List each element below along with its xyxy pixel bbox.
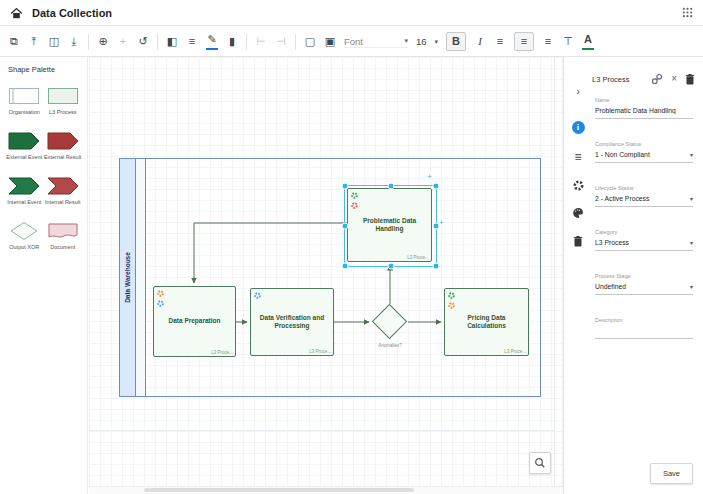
link-icon[interactable] bbox=[651, 73, 663, 85]
toolbar-separator bbox=[157, 34, 158, 50]
align-right-button[interactable]: ≡ bbox=[542, 33, 554, 50]
compliance-status-select[interactable]: Compliance Status 1 - Non Compliant ▾ bbox=[595, 141, 693, 163]
save-file-icon[interactable]: ◫ bbox=[48, 33, 60, 50]
delete-icon[interactable] bbox=[685, 73, 695, 85]
zoom-search-button[interactable] bbox=[529, 452, 551, 474]
node-data-preparation[interactable]: Data Preparation L3 Proce... bbox=[153, 286, 236, 357]
connector-plus-hint[interactable]: + bbox=[427, 173, 432, 181]
gear-icon bbox=[350, 191, 359, 200]
process-stage-select[interactable]: Process Stage Undefined ▾ bbox=[595, 273, 693, 295]
duplicate-icon[interactable]: ⧉ bbox=[8, 33, 20, 50]
style-tab[interactable] bbox=[570, 205, 586, 221]
palette-item-internal-result[interactable]: Internal Result bbox=[44, 176, 83, 205]
palette-item-external-result[interactable]: External Result bbox=[44, 131, 83, 160]
name-field[interactable]: Name Problematic Data Handling bbox=[595, 97, 693, 119]
page-boundary-vertical bbox=[554, 57, 555, 487]
toolbar-separator bbox=[295, 34, 296, 50]
lane-label: Data Warehouse bbox=[124, 252, 131, 303]
lifecycle-status-value: 2 - Active Process bbox=[595, 195, 687, 202]
info-tab[interactable]: i bbox=[570, 119, 586, 135]
pool-container[interactable] bbox=[119, 158, 541, 397]
lane-subheader[interactable] bbox=[135, 158, 146, 397]
gear-icon bbox=[156, 299, 165, 308]
scrollbar-thumb[interactable] bbox=[144, 488, 414, 492]
node-type-badge: L3 Proce... bbox=[407, 255, 429, 260]
palette-item-external-event[interactable]: External Event bbox=[5, 131, 44, 160]
app-header: Data Collection bbox=[0, 0, 703, 26]
add-icon[interactable]: + bbox=[117, 33, 129, 50]
font-family-select[interactable]: Font ▾ bbox=[344, 36, 408, 48]
apps-grid-icon[interactable] bbox=[682, 7, 693, 18]
list-tab[interactable]: ≡ bbox=[570, 149, 586, 165]
gateway-label: Anomalies? bbox=[360, 343, 420, 348]
close-icon[interactable]: × bbox=[671, 74, 677, 84]
chevron-down-icon: ▾ bbox=[690, 283, 693, 290]
node-pricing-data-calculations[interactable]: Pricing Data Calculations L3 Proce... bbox=[444, 288, 529, 356]
page-boundary-horizontal bbox=[89, 430, 554, 431]
delete-tab[interactable] bbox=[570, 233, 586, 249]
chevron-down-icon: ▾ bbox=[690, 195, 693, 202]
align-objects-icon[interactable]: ⊢ bbox=[255, 33, 267, 50]
organisation-shape-icon bbox=[7, 86, 41, 106]
lifecycle-status-select[interactable]: Lifecycle Status 2 - Active Process ▾ bbox=[595, 185, 693, 207]
settings-tab[interactable] bbox=[570, 177, 586, 193]
toolbar-separator bbox=[88, 34, 89, 50]
palette-item-l3-process[interactable]: L3 Process bbox=[44, 86, 83, 115]
collapse-panel-button[interactable]: › bbox=[570, 83, 586, 99]
vertical-align-button[interactable]: ⊤ bbox=[562, 33, 574, 50]
diagram-canvas[interactable]: Data Warehouse Data Preparation L3 Proce… bbox=[89, 57, 563, 494]
palette-icon bbox=[572, 207, 584, 219]
palette-item-label: L3 Process bbox=[44, 109, 83, 115]
description-field[interactable]: Description bbox=[595, 317, 693, 339]
palette-item-label: Output XOR bbox=[5, 244, 44, 250]
status-gear-icons bbox=[350, 191, 359, 210]
download-icon[interactable]: ⤓ bbox=[68, 33, 80, 50]
palette-grid: Organisation L3 Process External Event E… bbox=[5, 86, 82, 250]
xor-gateway-shape bbox=[372, 304, 407, 339]
field-label: Category bbox=[595, 229, 693, 235]
external-event-shape-icon bbox=[7, 131, 41, 151]
bold-button[interactable]: B bbox=[446, 32, 466, 51]
properties-panel: L3 Process × › i ≡ bbox=[563, 57, 703, 494]
align-left-button[interactable]: ≡ bbox=[494, 33, 506, 50]
internal-event-shape-icon bbox=[7, 176, 41, 196]
category-select[interactable]: Category L3 Process ▾ bbox=[595, 229, 693, 251]
field-label: Compliance Status bbox=[595, 141, 693, 147]
category-value: L3 Process bbox=[595, 239, 687, 246]
name-input[interactable]: Problematic Data Handling bbox=[595, 107, 693, 114]
node-xor-gateway[interactable] bbox=[372, 304, 408, 340]
status-gear-icons bbox=[447, 291, 456, 310]
line-style-icon[interactable]: ≡ bbox=[186, 33, 198, 50]
italic-button[interactable]: I bbox=[474, 33, 486, 50]
palette-item-label: Internal Result bbox=[44, 199, 83, 205]
font-color-button[interactable]: A bbox=[582, 33, 594, 50]
node-label: Problematic Data Handling bbox=[353, 217, 426, 234]
fit-page-icon[interactable]: ▢ bbox=[304, 33, 316, 50]
font-size-select[interactable]: 16 ▾ bbox=[416, 36, 438, 47]
palette-item-organisation[interactable]: Organisation bbox=[5, 86, 44, 115]
palette-item-internal-event[interactable]: Internal Event bbox=[5, 176, 44, 205]
toolbar: ⧉ ⤒ ◫ ⤓ ⊕ + ↺ ◧ ≡ ✎ ▮ ⊢ ⊣ ▢ ▣ Font ▾ 16 … bbox=[0, 27, 703, 57]
panel-rail: › i ≡ bbox=[564, 57, 591, 494]
palette-title: Shape Palette bbox=[8, 65, 82, 74]
home-icon[interactable] bbox=[10, 7, 23, 19]
align-center-button[interactable]: ≡ bbox=[514, 32, 534, 51]
format-painter-icon[interactable]: ▮ bbox=[226, 33, 238, 50]
line-color-icon[interactable]: ✎ bbox=[206, 33, 218, 50]
horizontal-scrollbar[interactable] bbox=[89, 486, 563, 494]
distribute-objects-icon[interactable]: ⊣ bbox=[275, 33, 287, 50]
node-data-verification[interactable]: Data Verification and Processing L3 Proc… bbox=[250, 288, 334, 356]
font-family-value: Font bbox=[344, 36, 363, 47]
undo-icon[interactable]: ↺ bbox=[137, 33, 149, 50]
fit-selection-icon[interactable]: ▣ bbox=[324, 33, 336, 50]
gear-icon bbox=[156, 289, 165, 298]
node-problematic-data-handling[interactable]: Problematic Data Handling L3 Proce... bbox=[347, 188, 432, 262]
globe-icon[interactable]: ⊕ bbox=[97, 33, 109, 50]
palette-item-document[interactable]: Document bbox=[44, 221, 83, 250]
save-button[interactable]: Save bbox=[650, 463, 693, 484]
palette-item-output-xor[interactable]: Output XOR bbox=[5, 221, 44, 250]
connector-plus-hint[interactable]: + bbox=[439, 219, 444, 227]
upload-icon[interactable]: ⤒ bbox=[28, 33, 40, 50]
gear-icon bbox=[447, 291, 456, 300]
fill-color-icon[interactable]: ◧ bbox=[166, 33, 178, 50]
